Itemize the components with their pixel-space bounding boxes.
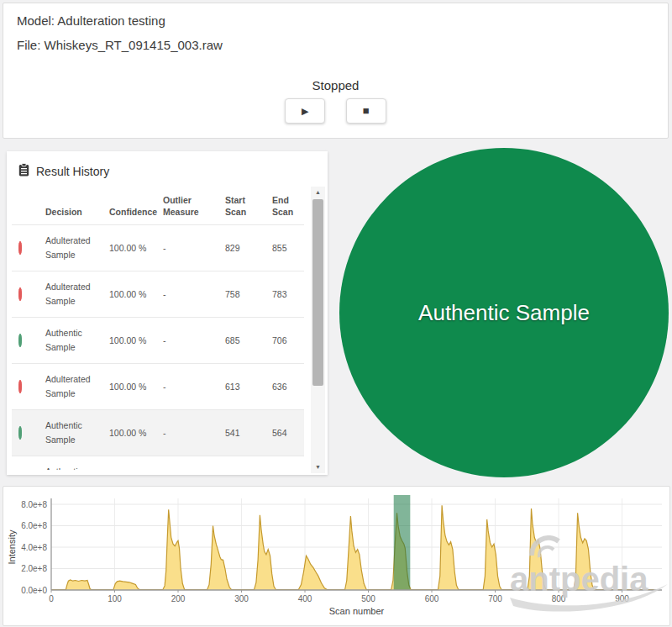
decision-status-icon [18, 241, 22, 255]
confidence-cell: 100.00 % [109, 428, 163, 438]
decision-status-icon [18, 287, 22, 301]
result-history-panel: Result History Decision Confidence Outli… [7, 151, 328, 475]
confidence-cell: 100.00 % [109, 243, 163, 253]
model-label: Model: Adulteration testing [17, 13, 165, 28]
decision-status-icon [18, 334, 22, 347]
svg-text:200: 200 [171, 594, 186, 603]
col-decision: Decision [45, 206, 109, 218]
decision-cell: Authentic Sample [45, 419, 109, 447]
start-scan-cell: 541 [217, 428, 264, 438]
run-controls: ▶ ■ [3, 98, 668, 124]
start-scan-cell: 758 [217, 289, 264, 299]
file-label: File: Whiskeys_RT_091415_003.raw [17, 38, 223, 52]
svg-text:6.0e+8: 6.0e+8 [21, 521, 47, 530]
decision-cell: Adulterated Sample [45, 372, 109, 401]
svg-text:300: 300 [234, 594, 249, 603]
start-scan-cell: 685 [217, 335, 264, 345]
result-table-body: Adulterated Sample 100.00 % - 829 855 Ad… [12, 224, 304, 470]
result-history-title: Result History [36, 165, 109, 178]
svg-text:400: 400 [298, 594, 312, 603]
confidence-cell: 100.00 % [109, 289, 163, 299]
run-status-text: Stopped [3, 78, 668, 92]
scroll-up-icon[interactable]: ▲ [311, 187, 325, 198]
decision-cell: Adulterated Sample [45, 280, 109, 308]
outlier-cell: - [163, 289, 217, 299]
svg-text:900: 900 [615, 594, 629, 603]
table-scrollbar[interactable]: ▲ ▼ [311, 187, 325, 473]
play-icon: ▶ [302, 106, 308, 116]
svg-text:4.0e+8: 4.0e+8 [21, 543, 47, 552]
outlier-cell: - [163, 382, 217, 392]
svg-text:700: 700 [488, 594, 502, 603]
decision-cell: Adulterated Sample [45, 234, 109, 262]
decision-cell: Authentic Sample [45, 465, 109, 470]
end-scan-cell: 564 [264, 428, 304, 438]
run-control-panel: Model: Adulteration testing File: Whiske… [3, 3, 669, 139]
svg-text:2.0e+8: 2.0e+8 [21, 564, 47, 573]
stop-button[interactable]: ■ [346, 98, 386, 124]
table-row[interactable]: Authentic Sample 100.00 % - 685 706 [12, 317, 304, 363]
svg-text:500: 500 [361, 594, 375, 603]
decision-cell: Authentic Sample [45, 326, 109, 355]
outlier-cell: - [163, 243, 217, 253]
svg-text:800: 800 [552, 594, 566, 603]
result-table: Decision Confidence Outlier Measure Star… [12, 187, 304, 470]
chromatogram-svg[interactable]: 0.0e+02.0e+84.0e+86.0e+88.0e+80100200300… [3, 487, 668, 624]
table-row[interactable]: Authentic Sample 100.00 % - 469 493 [12, 456, 304, 470]
table-row[interactable]: Authentic Sample 100.00 % - 541 564 [12, 409, 304, 456]
svg-text:600: 600 [425, 594, 439, 603]
table-row[interactable]: Adulterated Sample 100.00 % - 613 636 [12, 363, 304, 409]
end-scan-cell: 636 [264, 382, 304, 392]
confidence-cell: 100.00 % [109, 382, 163, 392]
start-scan-cell: 613 [217, 382, 264, 392]
table-row[interactable]: Adulterated Sample 100.00 % - 758 783 [12, 271, 304, 317]
confidence-cell: 100.00 % [109, 335, 163, 345]
svg-text:Scan number: Scan number [329, 606, 385, 616]
svg-text:100: 100 [108, 594, 122, 603]
decision-status-icon [18, 380, 22, 393]
end-scan-cell: 706 [264, 335, 304, 345]
svg-text:8.0e+8: 8.0e+8 [21, 500, 47, 509]
result-table-header: Decision Confidence Outlier Measure Star… [12, 187, 304, 224]
scrollbar-thumb[interactable] [312, 199, 323, 386]
col-confidence: Confidence [109, 206, 163, 218]
scroll-down-icon[interactable]: ▼ [311, 461, 325, 473]
col-end-scan: End Scan [264, 194, 304, 218]
decision-status-icon [18, 426, 22, 440]
start-button[interactable]: ▶ [285, 98, 325, 124]
col-outlier-measure: Outlier Measure [163, 194, 217, 218]
chromatogram-panel: 0.0e+02.0e+84.0e+86.0e+88.0e+80100200300… [3, 486, 670, 626]
end-scan-cell: 855 [264, 243, 304, 253]
classification-label: Authentic Sample [418, 300, 590, 326]
stop-icon: ■ [363, 104, 370, 117]
svg-text:Intensity: Intensity [7, 530, 17, 564]
start-scan-cell: 829 [217, 243, 264, 253]
clipboard-icon [18, 163, 29, 179]
outlier-cell: - [163, 335, 217, 345]
end-scan-cell: 783 [264, 289, 304, 299]
svg-text:0.0e+0: 0.0e+0 [21, 586, 47, 595]
result-history-header: Result History [18, 163, 109, 179]
col-start-scan: Start Scan [217, 194, 264, 218]
svg-text:0: 0 [49, 594, 54, 603]
table-row[interactable]: Adulterated Sample 100.00 % - 829 855 [12, 224, 304, 271]
classification-result-circle: Authentic Sample [339, 148, 669, 477]
outlier-cell: - [163, 428, 217, 438]
